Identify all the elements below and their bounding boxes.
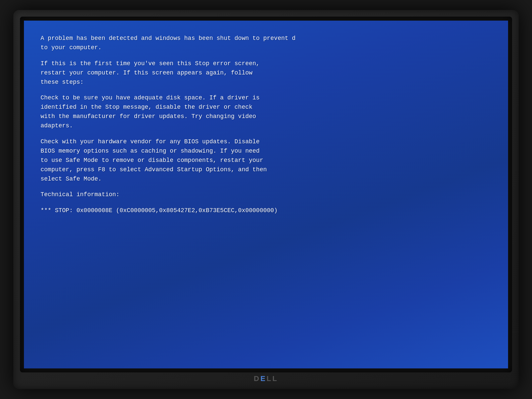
- bsod-tech-label: Technical information:: [41, 190, 491, 200]
- bsod-stop-code: *** STOP: 0x0000008E (0xC0000005,0x80542…: [41, 206, 491, 215]
- bsod-paragraph2: Check to be sure you have adequate disk …: [41, 93, 491, 131]
- bsod-line1: A problem has been detected and windows …: [41, 34, 491, 43]
- bsod-paragraph3: Check with your hardware vendor for any …: [41, 137, 491, 184]
- bsod-line2: to your computer.: [41, 43, 491, 53]
- monitor: A problem has been detected and windows …: [13, 10, 519, 389]
- dell-logo: DεLL: [254, 374, 278, 383]
- bsod-screen: A problem has been detected and windows …: [24, 21, 508, 368]
- bsod-paragraph1: If this is the first time you've seen th…: [41, 59, 491, 87]
- bsod-content: A problem has been detected and windows …: [41, 34, 491, 215]
- screen-bezel: A problem has been detected and windows …: [20, 17, 512, 372]
